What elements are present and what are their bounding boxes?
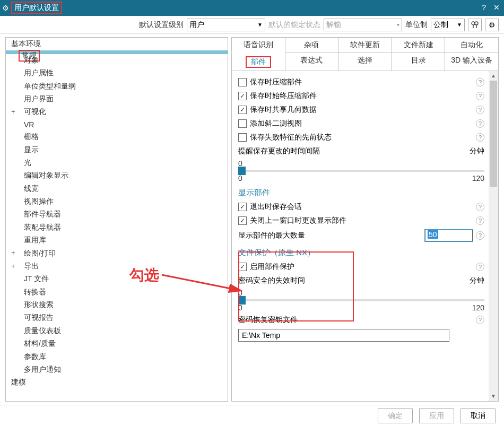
tab[interactable]: 表达式 (285, 53, 339, 71)
tree-item[interactable]: +绘图/打印 (6, 247, 228, 259)
tree-item[interactable]: 视图操作 (6, 195, 228, 208)
tree-item[interactable]: 可视报告 (6, 311, 228, 324)
checkbox[interactable] (238, 106, 247, 114)
scroll-up-icon[interactable]: ▲ (489, 71, 498, 81)
checkbox[interactable] (238, 216, 247, 225)
close-icon[interactable]: ✕ (493, 3, 500, 12)
tree-item[interactable]: 形状搜索 (6, 299, 228, 311)
checkbox[interactable] (238, 78, 247, 86)
tree-item[interactable]: 重用库 (6, 234, 228, 247)
help-icon[interactable]: ? (482, 3, 486, 12)
tree-footer[interactable]: 建模 (6, 376, 228, 389)
setting-update-display: 关闭上一窗口时更改显示部件 ? (238, 214, 495, 228)
settings-body: 保存时压缩部件 ? 保存时始终压缩部件 ? 保存时共享几何数据 ? 添加斜二测视… (231, 71, 499, 402)
svg-point-1 (475, 22, 478, 25)
tree-item[interactable]: 用户属性 (6, 67, 228, 80)
tab[interactable]: 软件更新 (338, 37, 392, 53)
cancel-button[interactable]: 取消 (460, 408, 496, 423)
help-icon[interactable]: ? (476, 106, 484, 114)
tab[interactable]: 部件 (231, 53, 285, 71)
lock-label: 默认的锁定状态 (268, 20, 320, 30)
unit-select[interactable]: 公制▼ (431, 19, 465, 31)
settings-icon[interactable]: ⚙ (485, 19, 499, 31)
slider-handle[interactable] (238, 167, 246, 175)
tree-item[interactable]: 部件导航器 (6, 208, 228, 221)
tree-item[interactable]: 光 (6, 157, 228, 169)
tab[interactable]: 文件新建 (392, 37, 446, 53)
recovery-input[interactable]: E:\Nx Temp (238, 329, 449, 342)
tab[interactable]: 目录 (392, 53, 446, 71)
tree-header[interactable]: 基本环境 (6, 38, 228, 50)
unit-label: 单位制 (405, 20, 428, 30)
tab[interactable]: 杂项 (285, 37, 339, 53)
help-icon[interactable]: ? (476, 203, 484, 211)
lock-select[interactable]: 解锁▾ (324, 19, 402, 31)
scroll-thumb[interactable] (490, 81, 497, 187)
tree-item[interactable]: 对象 (6, 54, 228, 67)
max-parts-input[interactable]: 50 (425, 230, 473, 241)
recovery-input-row: E:\Nx Temp (238, 327, 495, 344)
tree-item[interactable]: 装配导航器 (6, 221, 228, 234)
tree-item[interactable]: VR (6, 119, 228, 131)
titlebar: ⚙ 用户默认设置 ? ✕ (0, 0, 504, 16)
tree-item[interactable]: 单位类型和量纲 (6, 80, 228, 93)
slider-2: 0 0120 (238, 288, 495, 313)
tabs-row-2: 部件表达式选择目录3D 输入设备 (231, 53, 499, 71)
checkbox[interactable] (238, 119, 247, 128)
setting-save-session: 退出时保存会话 ? (238, 200, 495, 214)
tab[interactable]: 自动化 (445, 37, 499, 53)
level-select[interactable]: 用户▼ (187, 19, 265, 31)
section-file-protect: 文件保护（原生 NX） (238, 248, 495, 258)
help-icon[interactable]: ? (476, 216, 484, 225)
tab[interactable]: 选择 (338, 53, 392, 71)
setting-save-failed: 保存失败特征的先前状态 ? (238, 131, 495, 144)
checkbox[interactable] (238, 203, 247, 211)
search-icon[interactable] (468, 19, 482, 31)
help-icon[interactable]: ? (476, 78, 484, 86)
tree-item[interactable]: 显示 (6, 143, 228, 156)
ok-button[interactable]: 确定 (378, 408, 413, 423)
help-icon[interactable]: ? (476, 231, 484, 240)
max-parts-row: 显示部件的最大数量 50 ? (238, 228, 495, 244)
main-area: 基本环境 常规对象用户属性单位类型和量纲用户界面+可视化VR栅格显示光编辑对象显… (0, 34, 504, 405)
tree-item[interactable]: 多用户通知 (6, 363, 228, 376)
help-icon[interactable]: ? (476, 263, 484, 271)
checkbox[interactable] (238, 133, 247, 142)
help-icon[interactable]: ? (476, 119, 484, 128)
tree-item[interactable]: 参数库 (6, 350, 228, 363)
remind-interval-row: 提醒保存更改的时间间隔 分钟 (238, 144, 495, 158)
level-label: 默认设置级别 (139, 20, 184, 30)
tree-item[interactable]: 编辑对象显示 (6, 169, 228, 182)
apply-button[interactable]: 应用 (419, 408, 454, 423)
help-icon[interactable]: ? (476, 316, 484, 324)
tree-item[interactable]: 用户界面 (6, 93, 228, 106)
scroll-down-icon[interactable]: ▼ (489, 392, 498, 401)
checkbox[interactable] (238, 263, 247, 271)
recovery-label-row: 密码恢复密钥文件 ? (238, 313, 495, 327)
help-icon[interactable]: ? (476, 133, 484, 142)
tree-item[interactable]: +可视化 (6, 106, 228, 118)
scrollbar[interactable]: ▲ ▼ (489, 71, 498, 401)
tree-item[interactable]: 质量仪表板 (6, 325, 228, 337)
setting-add-iso: 添加斜二测视图 ? (238, 117, 495, 131)
tree-item[interactable]: 线宽 (6, 182, 228, 195)
window-title: 用户默认设置 (11, 2, 62, 14)
toolbar: 默认设置级别 用户▼ 默认的锁定状态 解锁▾ 单位制 公制▼ ⚙ (0, 16, 504, 34)
setting-compress: 保存时压缩部件 ? (238, 75, 495, 89)
svg-point-0 (472, 22, 475, 25)
help-icon[interactable]: ? (476, 92, 484, 100)
slider-track[interactable] (238, 299, 484, 301)
tab[interactable]: 语音识别 (231, 37, 285, 53)
checkbox[interactable] (238, 92, 247, 100)
tree-item[interactable]: JT 文件 (6, 273, 228, 285)
tab[interactable]: 3D 输入设备 (445, 53, 499, 71)
tree-item[interactable]: 材料/质量 (6, 337, 228, 350)
slider-1: 0 0120 (238, 158, 495, 184)
slider-track[interactable] (238, 170, 484, 172)
tree-item[interactable]: 转换器 (6, 286, 228, 299)
tree-item[interactable]: +导出 (6, 260, 228, 273)
tabs-row-1: 语音识别杂项软件更新文件新建自动化 (231, 37, 499, 53)
slider-handle[interactable] (238, 296, 246, 305)
tree-item[interactable]: 栅格 (6, 131, 228, 143)
titlebar-controls: ? ✕ (476, 3, 500, 12)
